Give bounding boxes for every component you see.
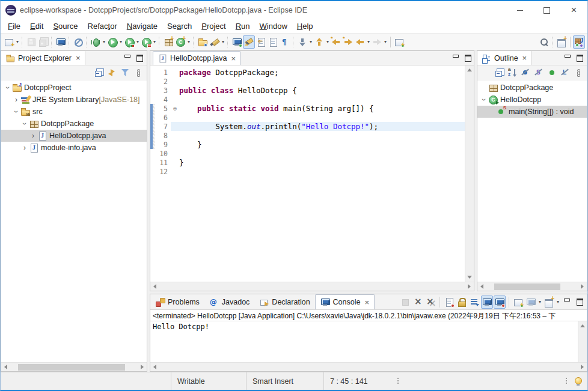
java-perspective-button[interactable] [573,35,585,49]
menu-refactor[interactable]: Refactor [83,20,122,32]
minimize-button[interactable] [506,1,533,19]
close-icon[interactable] [75,53,81,62]
menu-help[interactable]: Help [292,20,318,32]
console-hscrollbar[interactable] [150,362,587,371]
mark-occurrences-button[interactable] [243,35,255,49]
expander-open-icon[interactable]: › [12,108,20,116]
code-line-4[interactable]: 4 [150,95,465,104]
scroll-right-arrow[interactable] [141,365,144,369]
show-whitespace-button[interactable] [279,35,291,49]
show-selected-element-button[interactable] [267,35,279,49]
open-perspective-button[interactable] [556,35,568,49]
save-button[interactable] [25,35,37,49]
hide-non-public-button[interactable] [546,66,558,79]
project-explorer-hscrollbar[interactable] [1,362,147,371]
back-dropdown[interactable] [366,37,371,47]
coverage-dropdown[interactable] [135,37,140,47]
code-line-3[interactable]: 3public class HelloDotcpp { [150,86,465,95]
explorer-item-module-info-java[interactable]: ›module-info.java [1,142,147,154]
minimize-editor-button[interactable] [450,53,462,64]
previous-annotation-button[interactable] [313,35,325,49]
new-java-package-button[interactable] [162,35,174,49]
save-all-button[interactable] [37,35,49,49]
pin-editor-button[interactable] [393,35,405,49]
menu-file[interactable]: File [3,20,25,32]
sort-button[interactable] [506,66,518,79]
scroll-right-arrow[interactable] [468,284,471,289]
maximize-editor-button[interactable] [462,53,474,64]
code-line-7[interactable]: 7 System.out.println("Hello Dotcpp!"); [150,122,465,131]
explorer-item-jre-system-library[interactable]: ›JRE System Library [JavaSE-18] [1,94,147,106]
menu-run[interactable]: Run [231,20,255,32]
explorer-item-dotcppproject[interactable]: ›DotcppProject [1,82,147,94]
code-line-11[interactable]: 11} [150,158,465,167]
new-java-class-button[interactable] [174,35,186,49]
profile-button[interactable] [140,35,152,49]
view-menu-button[interactable] [132,66,144,79]
last-edit-location-button[interactable] [330,35,342,49]
maximize-button[interactable] [533,1,560,19]
remove-all-terminated-button[interactable] [424,296,436,309]
outline-item-hellodotcpp[interactable]: ›HelloDotcpp [477,94,587,106]
menu-project[interactable]: Project [197,20,230,32]
open-web-browser-button[interactable] [231,35,243,49]
expander-open-icon[interactable]: › [20,120,29,128]
next-annotation-dropdown[interactable] [308,37,313,47]
code-line-10[interactable]: 10 [150,149,465,158]
maximize-view-button[interactable] [574,53,586,64]
menu-source[interactable]: Source [48,20,82,32]
tab-console[interactable]: Console [315,294,375,309]
console-output[interactable]: Hello Dotcpp! [150,321,578,362]
explorer-item-dotcpppackage[interactable]: ›DotcppPackage [1,118,147,130]
forward-dropdown[interactable] [383,37,388,47]
debug-dropdown[interactable] [102,37,106,47]
close-icon[interactable] [521,53,527,62]
link-with-editor-button[interactable] [255,35,267,49]
search-flashlight-button[interactable] [209,35,221,49]
open-console-button[interactable] [543,296,555,309]
editor-vscrollbar[interactable] [465,65,474,282]
scroll-thumb[interactable] [18,364,125,371]
tab-declaration[interactable]: Declaration [254,294,314,309]
terminal-button[interactable] [55,35,67,49]
show-on-stderr-button[interactable] [494,296,506,309]
minimize-view-button[interactable] [562,53,574,64]
editor-hscrollbar[interactable] [150,282,474,291]
code-line-8[interactable]: 8 [150,131,465,140]
collapse-all-button[interactable] [93,66,105,79]
fold-marker-icon[interactable]: ⊖ [171,105,179,112]
pin-console-button[interactable] [512,296,524,309]
scroll-right-arrow[interactable] [581,284,584,289]
coverage-button[interactable] [123,35,135,49]
run-dropdown[interactable] [118,37,123,47]
expander-open-icon[interactable]: › [480,95,488,104]
open-console-dropdown[interactable] [556,297,560,307]
code-line-9[interactable]: 9 } [150,140,465,149]
view-menu-button[interactable] [572,66,584,79]
scroll-left-arrow[interactable] [4,365,7,369]
scroll-down-arrow[interactable] [467,276,472,279]
expander-closed-icon[interactable]: › [12,95,20,104]
scroll-right-arrow[interactable] [581,365,584,369]
lightbulb-icon[interactable] [573,377,583,386]
outline-item-main-string-void[interactable]: main(String[]) : void [477,106,587,118]
search-button[interactable] [538,35,550,49]
code-line-1[interactable]: 1package DotcppPackage; [150,68,465,77]
new-wizard-button[interactable] [3,35,15,49]
menu-navigate[interactable]: Navigate [122,20,162,32]
open-type-button[interactable] [197,35,209,49]
debug-button[interactable] [90,35,102,49]
scroll-left-arrow[interactable] [153,284,156,289]
code-editor[interactable]: 1package DotcppPackage;23public class He… [150,65,465,282]
next-edit-location-button[interactable] [342,35,354,49]
previous-annotation-dropdown[interactable] [325,37,330,47]
expander-closed-icon[interactable]: › [20,144,29,152]
skip-breakpoints-button[interactable] [72,35,84,49]
tab-project-explorer[interactable]: Project Explorer [1,51,85,65]
close-icon[interactable] [363,298,369,307]
expander-closed-icon[interactable]: › [29,132,37,140]
tab-hellodotcpp-java[interactable]: HelloDotcpp.java [153,51,240,65]
show-on-stdout-button[interactable] [481,296,493,309]
code-line-2[interactable]: 2 [150,77,465,86]
code-line-6[interactable]: 6 [150,113,465,122]
